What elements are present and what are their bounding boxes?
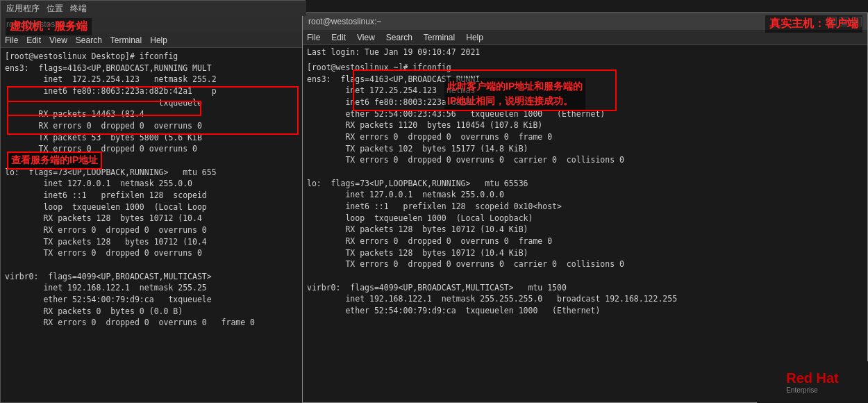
last-login-line: Last login: Tue Jan 19 09:10:47 2021 bbox=[303, 45, 867, 59]
vm-client-annotation: 真实主机：客户端 bbox=[765, 15, 862, 33]
check-ip-annotation: 查看服务端的IP地址 bbox=[7, 151, 102, 170]
menu-terminal-left[interactable]: Terminal bbox=[110, 35, 142, 45]
menu-view-right[interactable]: View bbox=[357, 33, 375, 42]
menu-file-right[interactable]: File bbox=[307, 33, 320, 42]
redhat-brand: Red Hat bbox=[786, 370, 839, 386]
menu-help-left[interactable]: Help bbox=[150, 35, 167, 45]
redhat-logo: Red Hat Enterprise bbox=[757, 361, 868, 403]
right-terminal-content: [root@westoslinux ~]# ifconfig ens3: fla… bbox=[303, 59, 867, 402]
menu-search-right[interactable]: Search bbox=[386, 33, 412, 42]
redhat-sub: Enterprise bbox=[786, 386, 839, 394]
right-terminal-title: root@westoslinux:~ bbox=[308, 17, 381, 26]
taskbar-places[interactable]: 位置 bbox=[47, 3, 63, 15]
taskbar-apps[interactable]: 应用程序 bbox=[6, 3, 40, 15]
menu-terminal-right[interactable]: Terminal bbox=[424, 33, 455, 42]
menu-view-left[interactable]: View bbox=[49, 35, 67, 45]
right-terminal: root@westoslinux:~ — □ ✕ File Edit View … bbox=[302, 13, 868, 403]
taskbar-terminal[interactable]: 终端 bbox=[70, 3, 87, 15]
vm-server-annotation: 虚拟机：服务端 bbox=[6, 18, 92, 35]
menu-edit-left[interactable]: Edit bbox=[26, 35, 41, 45]
connection-success-annotation: 此时客户端的IP地址和服务端的IP地址相同，说明连接成功。 bbox=[444, 78, 585, 110]
left-terminal: 应用程序 位置 终端 root@westoslinux:~ File Edit … bbox=[0, 0, 306, 403]
menu-search-left[interactable]: Search bbox=[76, 35, 102, 45]
menu-help-right[interactable]: Help bbox=[466, 33, 483, 42]
left-terminal-content: [root@westoslinux Desktop]# ifconfig ens… bbox=[1, 48, 305, 402]
taskbar-left: 应用程序 位置 终端 bbox=[1, 1, 306, 16]
menu-edit-right[interactable]: Edit bbox=[331, 33, 346, 42]
menu-file-left[interactable]: File bbox=[5, 35, 18, 45]
